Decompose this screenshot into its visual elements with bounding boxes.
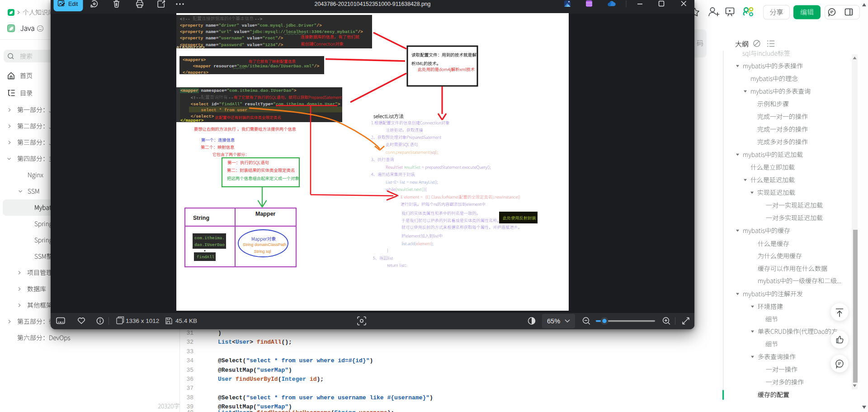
svg-text:<mappers>: <mappers>: [183, 57, 206, 62]
svg-text:<!--: <!--: [180, 17, 193, 22]
svg-text:select * from user: select * from user: [180, 108, 248, 113]
svg-text:<property name="url" value="jd: <property name="url" value="jdbc:mysql:/…: [180, 29, 363, 34]
svg-text:<property name="username" valu: <property name="username" value="root"/>: [180, 36, 283, 41]
svg-text:</mappers>: </mappers>: [183, 70, 208, 75]
svg-text:<!--: <!--: [180, 95, 201, 100]
svg-text:--: --: [228, 95, 233, 100]
svg-text:Mapper: Mapper: [255, 211, 276, 217]
svg-text:<property name="driver" value=: <property name="driver" value="com.mysql…: [180, 23, 322, 28]
svg-text:String: String: [193, 215, 209, 221]
svg-text:String domainClassPath: String domainClassPath: [243, 242, 287, 247]
svg-text:findAll: findAll: [197, 255, 214, 260]
svg-text:Edit: Edit: [68, 1, 78, 7]
svg-text:-->: -->: [255, 17, 262, 22]
svg-text:dao.IUserDao: dao.IUserDao: [194, 242, 225, 247]
svg-text:45.4 KB: 45.4 KB: [175, 317, 197, 324]
svg-text:<mapper resource="com/itheima/: <mapper resource="com/itheima/dao/IUserD…: [183, 64, 319, 69]
svg-text:1336 x 1012: 1336 x 1012: [126, 317, 159, 324]
svg-text:<mapper namespace="com.itheima: <mapper namespace="com.itheima.dao.IUser…: [180, 88, 297, 93]
svg-text:2043786-20210104152351000-9116: 2043786-20210104152351000-911638428.png: [315, 1, 431, 7]
svg-text:com.itheima.: com.itheima.: [194, 236, 225, 241]
svg-text:65%: 65%: [547, 317, 560, 325]
svg-text:</mapper>: </mapper>: [180, 118, 204, 123]
svg-text:String sql: String sql: [254, 249, 271, 254]
